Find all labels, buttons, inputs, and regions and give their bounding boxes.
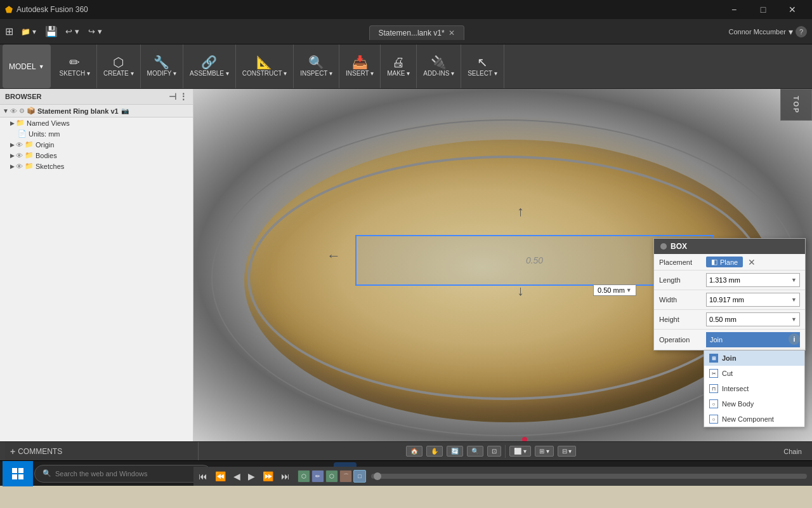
inspect-group: 🔍 INSPECT ▾ xyxy=(294,44,339,88)
assemble-label: ASSEMBLE ▾ xyxy=(190,70,229,77)
browser-collapse-icon[interactable]: ⊣ xyxy=(169,91,176,102)
timeline-icon-box[interactable]: □ xyxy=(353,470,366,483)
timeline-marker[interactable] xyxy=(374,472,381,480)
timeline-track[interactable] xyxy=(371,474,807,479)
arrow-down-handle[interactable]: ↓ xyxy=(517,283,524,299)
pan-button[interactable]: ✋ xyxy=(426,446,443,457)
timeline-prev-step-icon[interactable]: ◀ xyxy=(231,470,243,483)
width-value: 10.917 mm xyxy=(709,296,744,304)
taskbar-search[interactable]: 🔍 Search the web and Windows xyxy=(34,465,212,483)
zoom-button[interactable]: 🔍 xyxy=(467,446,483,457)
construct-icon: 📐 xyxy=(256,56,272,69)
browser-root-item[interactable]: ▼ 👁 ⚙ 📦 Statement Ring blank v1 📷 xyxy=(0,105,193,117)
timeline-icon-extrude2[interactable]: ⬡ xyxy=(325,470,338,483)
zoom-fit-button[interactable]: ⊡ xyxy=(487,446,501,457)
timeline-end-icon[interactable]: ⏭ xyxy=(278,470,292,483)
make-button[interactable]: 🖨 MAKE ▾ xyxy=(382,53,415,79)
modify-label: MODIFY ▾ xyxy=(147,70,176,77)
browser-sketches[interactable]: ▶ 👁 📁 Sketches xyxy=(0,161,193,171)
sketch-icon: ✏ xyxy=(69,56,80,69)
snap-btn[interactable]: ⊟ ▾ xyxy=(558,446,577,457)
tab-statement[interactable]: Statemen...lank v1* ✕ xyxy=(369,25,464,40)
select-icon: ↖ xyxy=(477,56,488,69)
create-button[interactable]: ⬡ CREATE ▾ xyxy=(98,53,139,79)
open-menu[interactable]: 📁 ▾ xyxy=(17,26,40,37)
comments-section[interactable]: + COMMENTS xyxy=(5,442,199,460)
timeline-next-step-icon[interactable]: ▶ xyxy=(246,470,258,483)
info-button[interactable]: i xyxy=(789,333,800,345)
sketch-group: ✏ SKETCH ▾ xyxy=(53,44,97,88)
undo-button[interactable]: ↩ ▾ xyxy=(63,25,82,37)
timeline-next-icon[interactable]: ⏩ xyxy=(260,470,276,483)
construct-button[interactable]: 📐 CONSTRUCT ▾ xyxy=(237,53,292,79)
timeline-prev-icon[interactable]: ⏪ xyxy=(213,470,228,483)
width-input[interactable]: 10.917 mm ▼ xyxy=(706,293,800,307)
operation-option-new-body[interactable]: ○ New Body xyxy=(704,396,804,411)
eye-bodies-icon[interactable]: 👁 xyxy=(16,152,23,159)
minimize-button[interactable]: − xyxy=(719,0,749,19)
grid-icon[interactable]: ⊞ xyxy=(5,25,13,37)
operation-option-new-component[interactable]: ○ New Component xyxy=(704,411,804,427)
capture-icon[interactable]: 📷 xyxy=(121,107,129,114)
sketches-expand-icon: ▶ xyxy=(10,163,15,170)
addins-button[interactable]: 🔌 ADD-INS ▾ xyxy=(418,53,459,79)
inspect-button[interactable]: 🔍 INSPECT ▾ xyxy=(295,53,337,79)
select-button[interactable]: ↖ SELECT ▾ xyxy=(462,53,502,79)
arrow-left-handle[interactable]: ← xyxy=(327,248,341,264)
eye-origin-icon[interactable]: 👁 xyxy=(16,141,23,149)
eye-sketches-icon[interactable]: 👁 xyxy=(16,163,23,170)
modify-button[interactable]: 🔧 MODIFY ▾ xyxy=(142,53,181,79)
question-icon[interactable]: ? xyxy=(796,26,807,37)
close-button[interactable]: ✕ xyxy=(778,0,807,19)
top-view-button[interactable]: TOP xyxy=(780,89,812,121)
tab-close-icon[interactable]: ✕ xyxy=(449,29,455,37)
operation-option-cut[interactable]: ✂ Cut xyxy=(704,366,804,381)
sketch-button[interactable]: ✏ SKETCH ▾ xyxy=(55,53,95,79)
height-arrow-icon: ▼ xyxy=(791,316,797,323)
assemble-icon: 🔗 xyxy=(201,56,217,69)
inspect-label: INSPECT ▾ xyxy=(300,70,332,77)
operation-option-join[interactable]: ⊞ Join xyxy=(704,351,804,366)
modify-group: 🔧 MODIFY ▾ xyxy=(141,44,183,88)
arrow-up-handle[interactable]: ↑ xyxy=(517,203,524,220)
length-input[interactable]: 1.313 mm ▼ xyxy=(706,273,800,287)
placement-clear-icon[interactable]: ✕ xyxy=(748,257,756,267)
display-mode-btn[interactable]: ⬜ ▾ xyxy=(509,446,531,457)
browser-named-views[interactable]: ▶ 📁 Named Views xyxy=(0,117,193,128)
maximize-button[interactable]: □ xyxy=(749,0,778,19)
settings-icon[interactable]: ⚙ xyxy=(19,107,25,114)
assemble-button[interactable]: 🔗 ASSEMBLE ▾ xyxy=(185,53,234,79)
browser-more-icon[interactable]: ⋮ xyxy=(179,91,188,102)
dimension-label[interactable]: 0.50 mm ▼ xyxy=(593,284,636,296)
insert-button[interactable]: 📥 INSERT ▾ xyxy=(341,53,379,79)
plane-button[interactable]: ◧ Plane xyxy=(706,257,743,267)
grid-display-btn[interactable]: ⊞ ▾ xyxy=(535,446,554,457)
box-panel-title: BOX xyxy=(671,242,687,251)
browser-bodies[interactable]: ▶ 👁 📁 Bodies xyxy=(0,150,193,161)
modify-icon: 🔧 xyxy=(154,56,169,69)
help-button[interactable]: Connor Mccumber ▾ ? xyxy=(729,26,807,37)
dimension-dropdown-icon[interactable]: ▼ xyxy=(626,287,632,293)
redo-button[interactable]: ↪ ▾ xyxy=(86,25,105,37)
operation-option-intersect[interactable]: ⊓ Intersect xyxy=(704,381,804,396)
operation-dropdown[interactable]: Join ▼ xyxy=(706,332,800,347)
plane-label: Plane xyxy=(720,258,738,266)
timeline-icon-fillet[interactable]: ⌒ xyxy=(339,470,352,483)
new-body-icon: ○ xyxy=(709,399,718,408)
comment-plus-icon[interactable]: + xyxy=(10,446,15,457)
start-button[interactable] xyxy=(3,461,33,486)
browser-origin[interactable]: ▶ 👁 📁 Origin xyxy=(0,139,193,150)
save-button[interactable]: 💾 xyxy=(44,24,59,39)
browser-panel: BROWSER ⊣ ⋮ ▼ 👁 ⚙ 📦 Statement Ring blank… xyxy=(0,89,193,441)
box-panel: BOX Placement ◧ Plane ✕ Length 1.313 mm … xyxy=(653,238,806,351)
view-home-btn[interactable]: 🏠 xyxy=(406,446,422,457)
orbit-button[interactable]: 🔄 xyxy=(447,446,463,457)
height-input[interactable]: 0.50 mm ▼ xyxy=(706,312,800,326)
model-dropdown[interactable]: MODEL ▼ xyxy=(3,44,51,88)
eye-icon[interactable]: 👁 xyxy=(10,107,17,115)
timeline-back-start-icon[interactable]: ⏮ xyxy=(196,470,210,483)
viewport[interactable]: 0.50 ↑ ↓ ← → 0.50 mm ▼ BOX Placement ◧ P xyxy=(193,89,812,441)
height-label: Height xyxy=(659,316,704,323)
timeline-icon-extrude1[interactable]: ⬡ xyxy=(298,470,310,483)
timeline-icon-sketch1[interactable]: ✏ xyxy=(311,470,324,483)
